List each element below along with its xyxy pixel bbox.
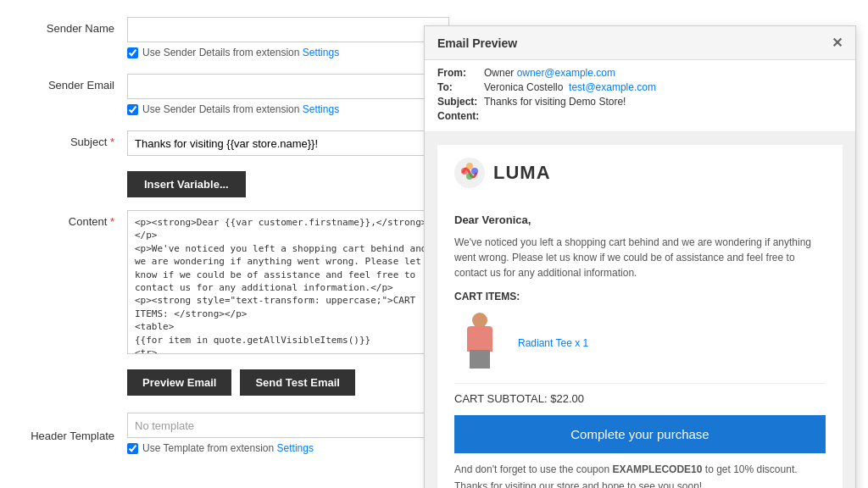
content-label: Content * xyxy=(25,210,127,228)
sender-email-checkbox-label: Use Sender Details from extension xyxy=(142,103,299,115)
subject-meta-value: Thanks for visiting Demo Store! xyxy=(484,96,626,108)
email-content-wrapper: LUMA Dear Veronica, We've noticed you le… xyxy=(437,145,843,488)
subject-field-wrapper xyxy=(127,130,449,156)
sender-name-row: Sender Name Use Sender Details from exte… xyxy=(25,17,449,58)
cart-item-image xyxy=(454,311,505,374)
cart-items-label: CART ITEMS: xyxy=(454,291,826,302)
from-label: From: xyxy=(437,67,484,79)
svg-point-4 xyxy=(466,163,473,169)
subject-required-star: * xyxy=(110,136,114,148)
cart-item-link-text: Radiant Tee x 1 xyxy=(518,337,588,349)
send-test-email-button[interactable]: Send Test Email xyxy=(240,369,354,396)
preview-title: Email Preview xyxy=(437,36,517,50)
header-template-select[interactable]: No template xyxy=(127,413,449,438)
cart-subtotal-value: $22.00 xyxy=(550,392,584,405)
sender-name-label: Sender Name xyxy=(25,17,127,35)
email-body: Dear Veronica, We've noticed you left a … xyxy=(437,201,843,488)
header-template-row: Header Template No template ▼ Use Templa… xyxy=(25,413,449,454)
sender-name-checkbox-row: Use Sender Details from extension Settin… xyxy=(127,47,449,58)
preview-meta-content-row: Content: xyxy=(437,110,843,122)
sender-email-settings-link[interactable]: Settings xyxy=(303,103,339,115)
luma-logo-text: LUMA xyxy=(493,162,551,184)
content-row: Content * <p><strong>Dear {{var customer… xyxy=(25,210,449,357)
header-template-select-wrapper: No template ▼ xyxy=(127,413,449,438)
to-email-link[interactable]: test@example.com xyxy=(569,81,656,93)
svg-point-1 xyxy=(461,168,468,175)
header-template-label: Header Template xyxy=(25,424,127,442)
email-logo-bar: LUMA xyxy=(437,145,843,201)
preview-body: LUMA Dear Veronica, We've noticed you le… xyxy=(425,132,855,488)
svg-point-3 xyxy=(471,168,478,175)
sender-email-input[interactable] xyxy=(127,74,449,99)
cart-subtotal: CART SUBTOTAL: $22.00 xyxy=(454,392,826,405)
subject-label: Subject * xyxy=(25,130,127,148)
to-value: Veronica Costello test@example.com xyxy=(484,81,656,93)
luma-logo-icon xyxy=(454,158,485,188)
email-greeting: Dear Veronica, xyxy=(454,214,826,226)
preview-meta-subject-row: Subject: Thanks for visiting Demo Store! xyxy=(437,96,843,108)
coupon-intro-text: And don't forget to use the coupon xyxy=(454,463,609,475)
sender-email-checkbox[interactable] xyxy=(127,104,138,115)
sender-email-label: Sender Email xyxy=(25,74,127,92)
content-required-star: * xyxy=(110,215,114,228)
content-textarea[interactable]: <p><strong>Dear {{var customer.firstname… xyxy=(127,210,449,354)
insert-variable-button[interactable]: Insert Variable... xyxy=(127,171,246,197)
svg-point-2 xyxy=(466,173,473,180)
content-field-wrapper: <p><strong>Dear {{var customer.firstname… xyxy=(127,210,449,357)
to-label: To: xyxy=(437,81,484,93)
preview-meta-to-row: To: Veronica Costello test@example.com xyxy=(437,81,843,93)
person-legs xyxy=(470,350,490,369)
thanks-text: Thanks for visiting our store and hope t… xyxy=(454,480,826,488)
preview-meta: From: Owner owner@example.com To: Veroni… xyxy=(425,60,855,132)
header-template-field-wrapper: No template ▼ Use Template from extensio… xyxy=(127,413,449,454)
header-template-checkbox-row: Use Template from extension Settings xyxy=(127,442,449,454)
content-meta-label: Content: xyxy=(437,110,484,122)
to-name-text: Veronica Costello xyxy=(484,81,563,93)
cart-item-link[interactable]: Radiant Tee x 1 xyxy=(518,337,588,349)
coupon-discount-text: to get 10% discount. xyxy=(705,463,798,475)
sender-name-field-wrapper: Use Sender Details from extension Settin… xyxy=(127,17,449,58)
main-container: Sender Name Use Sender Details from exte… xyxy=(0,0,868,488)
preview-header: Email Preview ✕ xyxy=(425,26,855,60)
subject-input[interactable] xyxy=(127,130,449,156)
from-email-link[interactable]: owner@example.com xyxy=(517,67,615,79)
person-body xyxy=(467,326,492,352)
left-panel: Sender Name Use Sender Details from exte… xyxy=(0,0,475,488)
preview-close-button[interactable]: ✕ xyxy=(832,35,843,51)
subject-meta-label: Subject: xyxy=(437,96,484,108)
email-preview-panel: Email Preview ✕ From: Owner owner@exampl… xyxy=(424,25,856,488)
coupon-code: EXAMPLECODE10 xyxy=(612,463,702,475)
cta-button[interactable]: Complete your purchase xyxy=(454,415,826,453)
coupon-text: And don't forget to use the coupon EXAMP… xyxy=(454,463,826,475)
action-buttons: Preview Email Send Test Email xyxy=(127,369,449,396)
email-body-text: We've noticed you left a shopping cart b… xyxy=(454,235,826,280)
header-template-checkbox-label: Use Template from extension xyxy=(142,442,274,454)
from-name-text: Owner xyxy=(484,67,514,79)
greeting-text: Dear Veronica, xyxy=(454,214,531,226)
sender-name-input[interactable] xyxy=(127,17,449,42)
preview-meta-from-row: From: Owner owner@example.com xyxy=(437,67,843,79)
sender-name-checkbox[interactable] xyxy=(127,47,138,58)
subject-row: Subject * xyxy=(25,130,449,156)
header-template-settings-link[interactable]: Settings xyxy=(277,442,314,454)
cart-item-info: Radiant Tee x 1 xyxy=(518,337,588,349)
cart-item-row: Radiant Tee x 1 xyxy=(454,311,826,384)
cart-subtotal-label: CART SUBTOTAL: xyxy=(454,392,548,405)
from-name: Owner owner@example.com xyxy=(484,67,615,79)
header-template-checkbox[interactable] xyxy=(127,443,138,454)
preview-email-button[interactable]: Preview Email xyxy=(127,369,231,396)
sender-email-field-wrapper: Use Sender Details from extension Settin… xyxy=(127,74,449,115)
sender-name-settings-link[interactable]: Settings xyxy=(303,47,339,58)
sender-name-checkbox-label: Use Sender Details from extension xyxy=(142,47,299,58)
sender-email-row: Sender Email Use Sender Details from ext… xyxy=(25,74,449,115)
sender-email-checkbox-row: Use Sender Details from extension Settin… xyxy=(127,103,449,115)
